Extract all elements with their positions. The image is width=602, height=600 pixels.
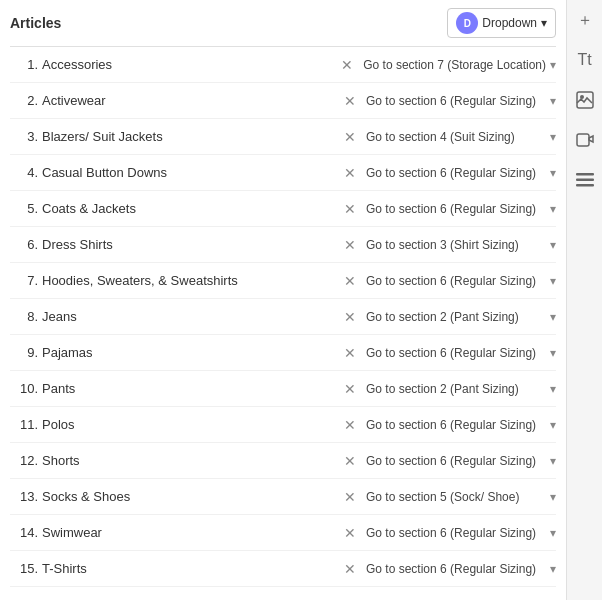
chevron-down-icon[interactable]: ▾ — [550, 130, 556, 144]
section-dropdown[interactable]: Go to section 6 (Regular Sizing)▾ — [366, 94, 556, 108]
table-row: 7.Hoodies, Sweaters, & Sweatshirts✕Go to… — [10, 263, 556, 299]
svg-rect-4 — [576, 179, 594, 182]
header-dropdown[interactable]: D Dropdown ▾ — [447, 8, 556, 38]
app-container: Articles D Dropdown ▾ 1.Accessories✕Go t… — [0, 0, 602, 600]
chevron-down-icon[interactable]: ▾ — [550, 346, 556, 360]
section-text: Go to section 7 (Storage Location) — [363, 58, 546, 72]
section-dropdown[interactable]: Go to section 2 (Pant Sizing)▾ — [366, 382, 556, 396]
table-row: 15.T-Shirts✕Go to section 6 (Regular Siz… — [10, 551, 556, 587]
section-text: Go to section 6 (Regular Sizing) — [366, 94, 546, 108]
chevron-down-icon[interactable]: ▾ — [550, 202, 556, 216]
avatar: D — [456, 12, 478, 34]
article-name: Pants — [42, 381, 344, 396]
section-text: Go to section 2 (Pant Sizing) — [366, 382, 546, 396]
section-dropdown[interactable]: Go to section 6 (Regular Sizing)▾ — [366, 166, 556, 180]
section-text: Go to section 4 (Suit Sizing) — [366, 130, 546, 144]
section-dropdown[interactable]: Go to section 6 (Regular Sizing)▾ — [366, 526, 556, 540]
close-icon[interactable]: ✕ — [344, 201, 356, 217]
section-text: Go to section 6 (Regular Sizing) — [366, 166, 546, 180]
close-icon[interactable]: ✕ — [344, 345, 356, 361]
chevron-down-icon[interactable]: ▾ — [550, 310, 556, 324]
table-row: 1.Accessories✕Go to section 7 (Storage L… — [10, 47, 556, 83]
close-icon[interactable]: ✕ — [344, 561, 356, 577]
close-icon[interactable]: ✕ — [344, 597, 356, 601]
article-name: Shorts — [42, 453, 344, 468]
section-dropdown[interactable]: Go to section 4 (Suit Sizing)▾ — [366, 130, 556, 144]
section-dropdown[interactable]: Go to section 7 (Storage Location)▾ — [363, 58, 556, 72]
chevron-down-icon[interactable]: ▾ — [550, 454, 556, 468]
chevron-down-icon[interactable]: ▾ — [550, 418, 556, 432]
close-icon[interactable]: ✕ — [344, 489, 356, 505]
close-icon[interactable]: ✕ — [344, 93, 356, 109]
close-icon[interactable]: ✕ — [344, 417, 356, 433]
section-dropdown[interactable]: Go to section 3 (Shirt Sizing)▾ — [366, 238, 556, 252]
article-number: 1. — [10, 57, 38, 72]
table-row: 5.Coats & Jackets✕Go to section 6 (Regul… — [10, 191, 556, 227]
section-dropdown[interactable]: Go to section 5 (Sock/ Shoe)▾ — [366, 490, 556, 504]
chevron-down-icon[interactable]: ▾ — [550, 58, 556, 72]
close-icon[interactable]: ✕ — [344, 237, 356, 253]
article-number: 10. — [10, 381, 38, 396]
section-dropdown[interactable]: Go to section 2 (Pant Sizing)▾ — [366, 310, 556, 324]
header-chevron-icon: ▾ — [541, 16, 547, 30]
chevron-down-icon[interactable]: ▾ — [550, 94, 556, 108]
section-text: Go to section 6 (Regular Sizing) — [366, 454, 546, 468]
chevron-down-icon[interactable]: ▾ — [550, 490, 556, 504]
table-row: 2.Activewear✕Go to section 6 (Regular Si… — [10, 83, 556, 119]
table-row: 3.Blazers/ Suit Jackets✕Go to section 4 … — [10, 119, 556, 155]
section-dropdown[interactable]: Go to section 6 (Regular Sizing)▾ — [366, 274, 556, 288]
close-icon[interactable]: ✕ — [344, 309, 356, 325]
section-dropdown[interactable]: Go to section 6 (Regular Sizing)▾ — [366, 418, 556, 432]
article-name: Jeans — [42, 309, 344, 324]
section-dropdown[interactable]: Go to section 6 (Regular Sizing)▾ — [366, 202, 556, 216]
dropdown-label: Dropdown — [482, 16, 537, 30]
close-icon[interactable]: ✕ — [341, 57, 353, 73]
section-dropdown[interactable]: Go to section 6 (Regular Sizing)▾ — [366, 562, 556, 576]
article-number: 15. — [10, 561, 38, 576]
video-icon[interactable] — [573, 128, 597, 152]
table-row: 13.Socks & Shoes✕Go to section 5 (Sock/ … — [10, 479, 556, 515]
article-number: 2. — [10, 93, 38, 108]
close-icon[interactable]: ✕ — [344, 273, 356, 289]
plus-icon[interactable]: ＋ — [573, 8, 597, 32]
close-icon[interactable]: ✕ — [344, 525, 356, 541]
chevron-down-icon[interactable]: ▾ — [550, 166, 556, 180]
chevron-down-icon[interactable]: ▾ — [550, 382, 556, 396]
article-name: Polos — [42, 417, 344, 432]
close-icon[interactable]: ✕ — [344, 129, 356, 145]
close-icon[interactable]: ✕ — [344, 165, 356, 181]
article-name: Blazers/ Suit Jackets — [42, 129, 344, 144]
chevron-down-icon[interactable]: ▾ — [550, 562, 556, 576]
chevron-down-icon[interactable]: ▾ — [550, 274, 556, 288]
article-number: 12. — [10, 453, 38, 468]
section-dropdown[interactable]: Go to section 6 (Regular Sizing)▾ — [366, 454, 556, 468]
svg-rect-3 — [576, 173, 594, 176]
article-name: Activewear — [42, 93, 344, 108]
article-number: 11. — [10, 417, 38, 432]
article-name: Hoodies, Sweaters, & Sweatshirts — [42, 273, 344, 288]
page-title: Articles — [10, 15, 447, 31]
article-number: 6. — [10, 237, 38, 252]
svg-rect-5 — [576, 184, 594, 187]
close-icon[interactable]: ✕ — [344, 453, 356, 469]
table-row: 4.Casual Button Downs✕Go to section 6 (R… — [10, 155, 556, 191]
article-number: 4. — [10, 165, 38, 180]
section-text: Go to section 6 (Regular Sizing) — [366, 346, 546, 360]
section-text: Go to section 3 (Shirt Sizing) — [366, 238, 546, 252]
section-text: Go to section 6 (Regular Sizing) — [366, 526, 546, 540]
article-name: Pajamas — [42, 345, 344, 360]
section-text: Go to section 6 (Regular Sizing) — [366, 274, 546, 288]
article-name: Coats & Jackets — [42, 201, 344, 216]
main-content: Articles D Dropdown ▾ 1.Accessories✕Go t… — [0, 0, 566, 600]
chevron-down-icon[interactable]: ▾ — [550, 526, 556, 540]
menu-icon[interactable] — [573, 168, 597, 192]
table-row: 6.Dress Shirts✕Go to section 3 (Shirt Si… — [10, 227, 556, 263]
text-icon[interactable]: Tt — [573, 48, 597, 72]
section-dropdown[interactable]: Go to section 6 (Regular Sizing)▾ — [366, 346, 556, 360]
table-row: 11.Polos✕Go to section 6 (Regular Sizing… — [10, 407, 556, 443]
article-number: 7. — [10, 273, 38, 288]
image-icon[interactable] — [573, 88, 597, 112]
close-icon[interactable]: ✕ — [344, 381, 356, 397]
chevron-down-icon[interactable]: ▾ — [550, 238, 556, 252]
article-number: 13. — [10, 489, 38, 504]
